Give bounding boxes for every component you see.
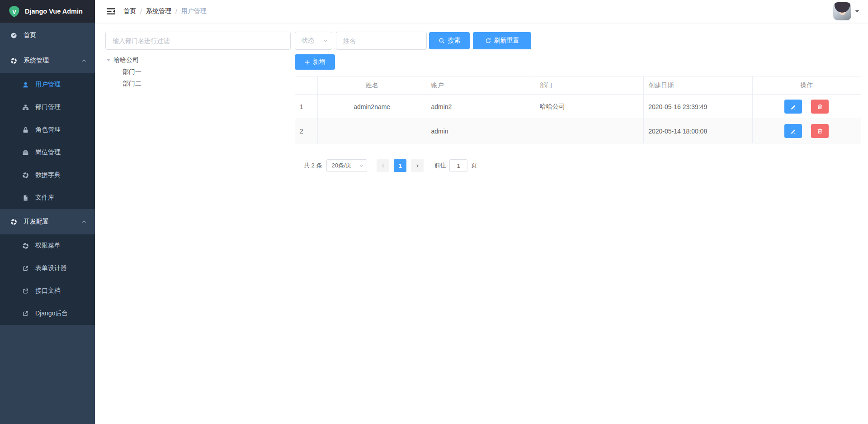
refresh-reset-button-label: 刷新重置: [494, 37, 519, 45]
cell-account: admin2: [426, 95, 535, 119]
breadcrumb-section[interactable]: 系统管理: [146, 7, 171, 15]
component-icon: [10, 57, 17, 64]
sidebar-item-label: 角色管理: [35, 126, 87, 134]
pagination-total: 共 2 条: [304, 162, 322, 170]
sidebar-item-label: Django后台: [35, 310, 87, 318]
col-header-actions: 操作: [752, 76, 861, 95]
submenu-system-management: 用户管理 部门管理 角色管理 岗位管理: [0, 73, 95, 209]
next-page-button[interactable]: [411, 159, 424, 172]
name-filter-input[interactable]: [336, 32, 427, 50]
edit-button[interactable]: [784, 100, 802, 114]
breadcrumb-current: 用户管理: [181, 7, 207, 15]
tree-node-label: 部门一: [123, 68, 142, 76]
edit-icon: [790, 128, 796, 134]
goto-label: 前往: [434, 162, 446, 170]
lock-icon: [22, 127, 29, 133]
component-icon: [10, 219, 17, 225]
search-button[interactable]: 搜索: [429, 32, 470, 49]
cell-created: 2020-05-16 23:39:49: [644, 95, 752, 119]
tree-node-root[interactable]: 哈哈公司: [105, 54, 291, 66]
add-button-label: 新增: [313, 58, 326, 66]
cell-index: 2: [295, 119, 318, 143]
chevron-up-icon: [81, 58, 87, 63]
sidebar-item-file-library[interactable]: 文件库: [0, 186, 95, 209]
delete-icon: [817, 104, 823, 110]
refresh-reset-button[interactable]: 刷新重置: [473, 32, 531, 49]
sidebar-item-home[interactable]: 首页: [0, 23, 95, 48]
goto-page-input[interactable]: [449, 159, 467, 172]
sidebar-item-label: 文件库: [35, 194, 87, 202]
breadcrumb-separator: /: [175, 8, 177, 15]
table-row: 1 admin2name admin2 哈哈公司 2020-05-16 23:3…: [295, 95, 861, 119]
col-header-name: 姓名: [318, 76, 426, 95]
component-icon: [22, 172, 29, 179]
status-select[interactable]: 状态: [295, 32, 332, 50]
cell-account: admin: [426, 119, 535, 143]
sidebar-item-dept-management[interactable]: 部门管理: [0, 96, 95, 119]
tree-node-child[interactable]: 部门二: [105, 78, 291, 90]
delete-icon: [817, 128, 823, 134]
main-area: 首页 / 系统管理 / 用户管理 哈哈公司: [95, 0, 868, 424]
user-table: 姓名 账户 部门 创建日期 操作 1 admin2name admin2 哈哈公…: [295, 76, 861, 143]
sidebar: V Django Vue Admin 首页 系统管理: [0, 0, 95, 424]
cell-index: 1: [295, 95, 318, 119]
cell-dept: 哈哈公司: [535, 95, 643, 119]
tree-node-child[interactable]: 部门一: [105, 66, 291, 78]
refresh-icon: [485, 38, 491, 44]
app-title: Django Vue Admin: [25, 8, 83, 15]
sidebar-item-data-dictionary[interactable]: 数据字典: [0, 164, 95, 186]
cell-actions: [752, 95, 861, 119]
hamburger-icon[interactable]: [102, 5, 120, 18]
delete-button[interactable]: [811, 124, 829, 138]
page-size-select[interactable]: 20条/页: [326, 159, 367, 172]
dashboard-icon: [10, 32, 17, 39]
department-panel: 哈哈公司 部门一 部门二: [105, 32, 291, 90]
sidebar-item-permission-menu[interactable]: 权限菜单: [0, 234, 95, 257]
department-tree: 哈哈公司 部门一 部门二: [105, 54, 291, 90]
sidebar-item-api-docs[interactable]: 接口文档: [0, 280, 95, 302]
caret-down-icon[interactable]: [854, 9, 860, 14]
tree-node-label: 部门二: [123, 80, 142, 88]
delete-button[interactable]: [811, 100, 829, 114]
submenu-dev-config: 权限菜单 表单设计器 接口文档 Django后台: [0, 234, 95, 325]
sidebar-item-label: 表单设计器: [35, 264, 87, 272]
page-content: 哈哈公司 部门一 部门二 状态: [95, 23, 868, 424]
table-row: 2 admin 2020-05-14 18:00:08: [295, 119, 861, 143]
briefcase-icon: [22, 149, 29, 156]
sidebar-item-django-admin[interactable]: Django后台: [0, 302, 95, 325]
sidebar-item-label: 部门管理: [35, 103, 87, 111]
breadcrumb-home[interactable]: 首页: [123, 7, 136, 15]
search-button-label: 搜索: [448, 37, 461, 45]
document-icon: [22, 195, 29, 201]
component-icon: [22, 243, 29, 249]
sidebar-item-label: 岗位管理: [35, 148, 87, 157]
cell-dept: [535, 119, 643, 143]
sidebar-item-label: 用户管理: [35, 81, 87, 89]
user-panel: 状态 搜索 刷新重置: [295, 32, 861, 172]
cell-actions: [752, 119, 861, 143]
page-number-1[interactable]: 1: [394, 159, 406, 172]
add-button[interactable]: 新增: [295, 54, 335, 70]
app-logo-icon: V: [8, 5, 20, 18]
cell-name: [318, 119, 426, 143]
sidebar-item-form-designer[interactable]: 表单设计器: [0, 257, 95, 280]
sidebar-item-role-management[interactable]: 角色管理: [0, 119, 95, 141]
edit-button[interactable]: [784, 124, 802, 138]
chevron-up-icon: [81, 219, 87, 224]
sidebar-item-user-management[interactable]: 用户管理: [0, 73, 95, 96]
user-avatar[interactable]: [833, 2, 851, 20]
sidebar-item-system-management[interactable]: 系统管理: [0, 48, 95, 73]
status-select-value: 状态: [302, 37, 314, 45]
breadcrumb: 首页 / 系统管理 / 用户管理: [123, 7, 207, 15]
col-header-account: 账户: [426, 76, 535, 95]
prev-page-button[interactable]: [377, 159, 389, 172]
tree-caret-icon[interactable]: [106, 58, 111, 62]
app-logo-bar: V Django Vue Admin: [0, 0, 95, 23]
sidebar-item-dev-config[interactable]: 开发配置: [0, 209, 95, 234]
sidebar-item-label: 权限菜单: [35, 242, 87, 250]
department-filter-input[interactable]: [105, 32, 291, 50]
sidebar-item-label: 首页: [24, 31, 87, 39]
sidebar-item-post-management[interactable]: 岗位管理: [0, 141, 95, 164]
breadcrumb-separator: /: [140, 8, 142, 15]
external-link-icon: [22, 310, 29, 317]
